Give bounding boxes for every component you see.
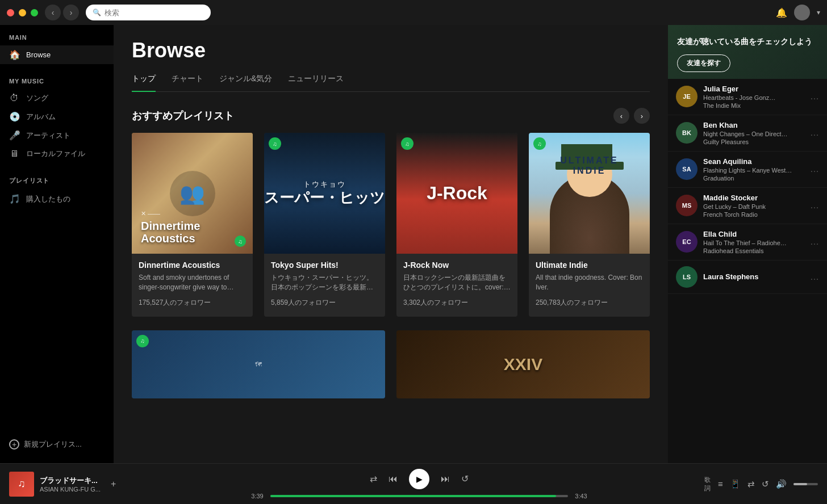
friend-item-sean[interactable]: SA Sean Aquilina Flashing Lights – Kanye… — [668, 152, 827, 188]
playlist-card-dinnertime[interactable]: 👥 ✕ —— DinnertimeAcoustics ♫ Dinne — [132, 133, 253, 317]
ben-more-icon[interactable]: … — [810, 128, 819, 138]
playlist-card-jrock[interactable]: ♫ J-Rock J-Rock Now 日本ロックシーンの最新話題曲をひとつのプ… — [396, 133, 517, 317]
maximize-button[interactable] — [31, 9, 38, 16]
tokyo-bg: ♫ トウキョウ スーパー・ヒッツ — [264, 133, 385, 254]
sean-avatar: SA — [676, 158, 697, 180]
lyrics-button[interactable]: 歌詞 — [704, 476, 711, 493]
partial-grid: ♫ 🗺 XXIV — [132, 330, 650, 398]
ella-more-icon[interactable]: … — [810, 237, 819, 247]
sean-track: Flashing Lights – Kanye West… — [703, 167, 804, 174]
minimize-button[interactable] — [19, 9, 26, 16]
shuffle-right-icon[interactable]: ⇄ — [747, 479, 755, 489]
titlebar: ‹ › 🔍 🔔 ▾ — [0, 0, 827, 25]
my-music-label: MY MUSIC — [0, 78, 114, 89]
sidebar-item-albums[interactable]: 💿 アルバム — [0, 107, 114, 126]
volume-fill — [793, 483, 807, 485]
partial-card-left[interactable]: ♫ 🗺 — [132, 330, 385, 398]
sidebar-item-artists[interactable]: 🎤 アーティスト — [0, 126, 114, 145]
repeat-button[interactable]: ↺ — [461, 473, 469, 484]
ben-avatar: BK — [676, 122, 697, 144]
sean-name: Sean Aquilina — [703, 157, 804, 166]
friend-item-ben[interactable]: BK Ben Khan Night Changes – One Direct… … — [668, 115, 827, 152]
songs-icon: ⏱ — [9, 93, 19, 103]
julia-avatar: JE — [676, 86, 697, 107]
notifications-icon[interactable]: 🔔 — [776, 7, 787, 18]
search-input[interactable] — [105, 9, 204, 17]
friend-item-ella[interactable]: EC Ella Child Hail To The Thief – Radioh… — [668, 224, 827, 261]
next-button[interactable]: ⏭ — [441, 474, 450, 484]
sidebar-item-songs[interactable]: ⏱ ソング — [0, 89, 114, 107]
friend-item-maddie[interactable]: MS Maddie Stocker Get Lucky – Daft Punk … — [668, 188, 827, 224]
playlist-card-indie[interactable]: ♫ ULTIMATE INDIE — [529, 133, 650, 317]
volume-icon[interactable]: 🔊 — [776, 479, 787, 489]
julia-more-icon[interactable]: … — [810, 91, 819, 102]
artists-label: アーティスト — [26, 131, 70, 141]
prev-section-button[interactable]: ‹ — [613, 108, 629, 124]
forward-button[interactable]: › — [63, 5, 79, 20]
track-artist: ASIAN KUNG-FU G... — [40, 486, 101, 493]
tokyo-title: Tokyo Super Hits! — [271, 261, 378, 270]
back-button[interactable]: ‹ — [45, 5, 61, 20]
purchased-label: 購入したもの — [26, 194, 70, 204]
search-bar[interactable]: 🔍 — [86, 5, 211, 20]
tab-top[interactable]: トップ — [132, 74, 156, 92]
prev-button[interactable]: ⏮ — [389, 474, 398, 484]
indie-hat-area: ULTIMATE INDIE — [529, 144, 650, 254]
friend-item-julia[interactable]: JE Julia Eger Heartbeats - Jose Gonz… Th… — [668, 79, 827, 115]
indie-followers: 250,783人のフォロワー — [536, 298, 643, 308]
shuffle-button[interactable]: ⇄ — [370, 473, 377, 484]
browse-icon: 🏠 — [9, 49, 19, 60]
laura-more-icon[interactable]: … — [810, 272, 819, 282]
ben-name: Ben Khan — [703, 121, 804, 129]
indie-title: Ultimate Indie — [536, 261, 643, 270]
ben-info: Ben Khan Night Changes – One Direct… Gui… — [703, 121, 804, 145]
friend-item-laura[interactable]: LS Laura Stephens … — [668, 261, 827, 294]
sidebar-item-browse[interactable]: 🏠 Browse — [0, 45, 114, 64]
now-playing: ♫ ブラッドサーキ... ASIAN KUNG-FU G... + — [9, 472, 134, 497]
tokyo-desc: トウキョウ・スーパー・ヒッツ。日本のポップシーンを彩る最新のヒット曲をお届けしま… — [271, 273, 378, 292]
tab-genre[interactable]: ジャンル&気分 — [219, 74, 272, 92]
page-title: Browse — [132, 39, 650, 62]
sidebar-item-local[interactable]: 🖥 ローカルファイル — [0, 145, 114, 163]
sean-more-icon[interactable]: … — [810, 164, 819, 174]
track-name: ブラッドサーキ... — [40, 476, 101, 486]
next-section-button[interactable]: › — [634, 108, 650, 124]
main-content: Browse トップ チャート ジャンル&気分 ニューリリース おすすめプレイリ… — [114, 25, 668, 463]
add-to-library-icon[interactable]: + — [111, 479, 116, 489]
play-button[interactable]: ▶ — [409, 469, 429, 489]
find-friends-button[interactable]: 友達を探す — [677, 54, 730, 72]
maddie-track: Get Lucky – Daft Punk — [703, 203, 804, 210]
user-avatar[interactable] — [794, 5, 810, 20]
main-section-label: MAIN — [0, 34, 114, 45]
tokyo-thumb: ♫ トウキョウ スーパー・ヒッツ — [264, 133, 385, 254]
maddie-more-icon[interactable]: … — [810, 200, 819, 211]
volume-bar[interactable] — [793, 483, 818, 485]
now-playing-info: ブラッドサーキ... ASIAN KUNG-FU G... — [40, 476, 101, 493]
nav-arrows: ‹ › — [45, 5, 79, 20]
friend-header-content: 友達が聴いている曲をチェックしよう 友達を探す — [677, 36, 818, 72]
sean-info: Sean Aquilina Flashing Lights – Kanye We… — [703, 157, 804, 182]
sidebar-browse-label: Browse — [26, 51, 51, 59]
playlist-card-tokyo[interactable]: ♫ トウキョウ スーパー・ヒッツ Tokyo Super Hits! トウキョウ… — [264, 133, 385, 317]
indie-bg: ♫ ULTIMATE INDIE — [529, 133, 650, 254]
jrock-followers: 3,302人のフォロワー — [403, 298, 511, 308]
dinnertime-followers: 175,527人のフォロワー — [139, 298, 246, 308]
devices-icon[interactable]: 📱 — [730, 479, 741, 489]
tab-new[interactable]: ニューリリース — [288, 74, 344, 92]
new-playlist-button[interactable]: + 新規プレイリス... — [0, 435, 114, 454]
tokyo-info: Tokyo Super Hits! トウキョウ・スーパー・ヒッツ。日本のポップシ… — [264, 254, 385, 308]
playlists-label: プレイリスト — [0, 177, 114, 190]
repeat-right-icon[interactable]: ↺ — [762, 479, 769, 489]
chevron-down-icon[interactable]: ▾ — [817, 9, 820, 16]
close-button[interactable] — [7, 9, 14, 16]
queue-icon[interactable]: ≡ — [718, 479, 723, 489]
jrock-info: J-Rock Now 日本ロックシーンの最新話題曲をひとつのプレイリストに。co… — [396, 254, 517, 308]
progress-bar[interactable] — [270, 495, 568, 497]
laura-name: Laura Stephens — [703, 272, 804, 281]
sidebar-item-purchased[interactable]: 🎵 購入したもの — [0, 190, 114, 208]
window-controls — [7, 9, 38, 16]
partial-card-right[interactable]: XXIV — [396, 330, 650, 398]
tab-chart[interactable]: チャート — [172, 74, 203, 92]
jrock-thumb: ♫ J-Rock — [396, 133, 517, 254]
spotify-logo-dinnertime: ♫ — [235, 236, 246, 247]
